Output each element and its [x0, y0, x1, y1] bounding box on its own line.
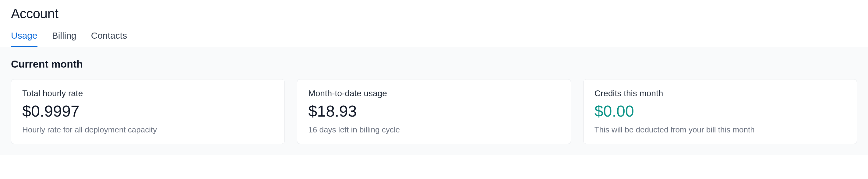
- card-label: Credits this month: [594, 89, 846, 98]
- tab-label: Billing: [52, 30, 76, 40]
- card-label: Total hourly rate: [22, 89, 274, 98]
- card-total-hourly-rate: Total hourly rate $0.9997 Hourly rate fo…: [11, 79, 285, 144]
- tab-label: Usage: [11, 30, 37, 40]
- content: Current month Total hourly rate $0.9997 …: [0, 47, 868, 155]
- page-title: Account: [11, 6, 857, 21]
- tab-contacts[interactable]: Contacts: [91, 30, 127, 47]
- card-sub: Hourly rate for all deployment capacity: [22, 125, 274, 135]
- header: Account: [0, 0, 868, 21]
- card-sub: This will be deducted from your bill thi…: [594, 125, 846, 135]
- account-page: Account Usage Billing Contacts Current m…: [0, 0, 868, 155]
- card-month-to-date-usage: Month-to-date usage $18.93 16 days left …: [297, 79, 571, 144]
- tabs: Usage Billing Contacts: [0, 30, 868, 47]
- card-sub: 16 days left in billing cycle: [308, 125, 559, 135]
- cards-row: Total hourly rate $0.9997 Hourly rate fo…: [11, 79, 857, 144]
- card-label: Month-to-date usage: [308, 89, 559, 98]
- card-value: $0.00: [594, 102, 846, 120]
- tab-label: Contacts: [91, 30, 127, 40]
- section-title: Current month: [11, 58, 857, 70]
- card-value: $0.9997: [22, 102, 274, 120]
- card-value: $18.93: [308, 102, 559, 120]
- card-credits-this-month: Credits this month $0.00 This will be de…: [583, 79, 857, 144]
- tab-billing[interactable]: Billing: [52, 30, 76, 47]
- tab-usage[interactable]: Usage: [11, 30, 37, 47]
